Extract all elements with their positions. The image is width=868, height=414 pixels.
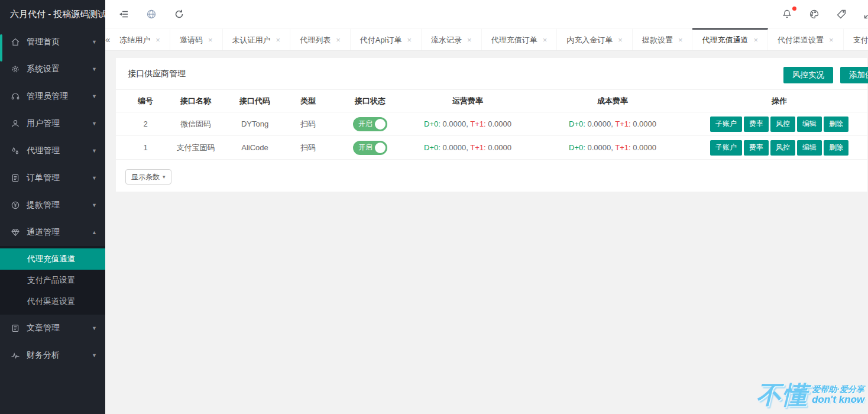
sidebar-item-1[interactable]: 系统设置▼: [0, 56, 105, 83]
collapse-menu-icon[interactable]: [118, 9, 129, 20]
user-icon: [11, 119, 20, 128]
tabs-scroll-left-icon[interactable]: «: [105, 28, 110, 50]
status-toggle[interactable]: 开启: [353, 141, 387, 155]
sidebar-item-3[interactable]: 用户管理▼: [0, 110, 105, 137]
close-icon[interactable]: ×: [753, 35, 758, 44]
column-header-3: 类型: [284, 96, 332, 106]
delete-button[interactable]: 删除: [824, 117, 848, 132]
column-header-2: 接口代码: [225, 96, 284, 106]
edit-button[interactable]: 编辑: [797, 140, 822, 156]
headset-icon: [11, 92, 20, 101]
sidebar-subitem-7-0[interactable]: 代理充值通道: [0, 248, 105, 270]
tab-10[interactable]: 代付渠道设置×: [768, 28, 844, 50]
close-icon[interactable]: ×: [829, 35, 834, 44]
panel-title: 接口供应商管理: [128, 69, 186, 79]
cell-name: 支付宝固码: [166, 143, 225, 153]
globe-icon[interactable]: [146, 9, 157, 20]
add-supplier-button[interactable]: 添加供应商: [840, 67, 868, 83]
tab-label: 流水记录: [431, 35, 462, 46]
edit-button[interactable]: 编辑: [797, 117, 822, 132]
close-icon[interactable]: ×: [678, 35, 683, 44]
chevron-up-icon: ▲: [92, 229, 97, 235]
tab-9[interactable]: 代理充值通道×: [692, 28, 768, 50]
app-title: 六月代付 - 投稿源码测试: [0, 0, 105, 28]
notification-badge: [792, 7, 796, 11]
sub-account-button[interactable]: 子账户: [710, 117, 742, 132]
sidebar-item-4[interactable]: 代理管理▼: [0, 137, 105, 164]
tab-3[interactable]: 代理列表×: [290, 28, 351, 50]
delete-button[interactable]: 删除: [824, 140, 848, 156]
risk-button[interactable]: 风控: [770, 117, 795, 132]
chevron-down-icon: ▼: [92, 39, 97, 45]
sidebar-item-label: 管理首页: [27, 37, 92, 47]
cell-code: AliCode: [225, 143, 284, 152]
theme-palette-icon[interactable]: [809, 9, 820, 20]
tab-5[interactable]: 流水记录×: [422, 28, 482, 50]
sidebar-subitem-7-1[interactable]: 支付产品设置: [0, 270, 105, 291]
status-toggle[interactable]: 开启: [353, 117, 387, 131]
risk-button[interactable]: 风控: [770, 140, 795, 156]
sidebar-item-label: 文章管理: [27, 323, 92, 334]
chevron-down-icon: ▼: [92, 121, 97, 127]
cell-op-rate: D+0: 0.0000, T+1: 0.0000: [409, 119, 527, 128]
close-icon[interactable]: ×: [467, 35, 472, 44]
sub-account-button[interactable]: 子账户: [710, 140, 742, 156]
page-size-select[interactable]: 显示条数 ▾: [125, 169, 171, 185]
sidebar-item-9[interactable]: 财务分析▼: [0, 342, 105, 369]
close-icon[interactable]: ×: [618, 35, 623, 44]
chevron-down-icon: ▼: [92, 352, 97, 358]
table-row: 2微信固码DYTong扫码开启D+0: 0.0000, T+1: 0.0000D…: [116, 112, 867, 136]
sidebar-item-2[interactable]: 管理员管理▼: [0, 83, 105, 110]
sidebar-item-5[interactable]: 订单管理▼: [0, 164, 105, 192]
chevron-down-icon: ▼: [92, 325, 97, 331]
tab-11[interactable]: 支付产品设置×: [844, 28, 868, 50]
rate-button[interactable]: 费率: [744, 140, 769, 156]
sidebar-scrollbar[interactable]: [0, 34, 2, 62]
tab-8[interactable]: 提款设置×: [633, 28, 693, 50]
notifications-bell-icon[interactable]: [782, 9, 792, 20]
close-icon[interactable]: ×: [156, 35, 160, 44]
chevron-down-icon: ▾: [163, 174, 166, 180]
close-icon[interactable]: ×: [336, 35, 341, 44]
cell-type: 扫码: [284, 143, 332, 153]
chevron-down-icon: ▼: [92, 66, 97, 72]
tab-2[interactable]: 未认证用户×: [223, 28, 291, 50]
home-icon: [11, 37, 20, 47]
tab-7[interactable]: 内充入金订单×: [557, 28, 633, 50]
cell-actions: 子账户费率风控编辑删除: [698, 117, 867, 132]
risk-live-button[interactable]: 风控实况: [783, 67, 833, 83]
fullscreen-icon[interactable]: [863, 9, 868, 20]
sidebar-subitem-7-2[interactable]: 代付渠道设置: [0, 291, 105, 312]
chevron-down-icon: ▼: [92, 93, 97, 99]
toggle-knob: [375, 119, 386, 130]
cell-status: 开启: [332, 117, 409, 131]
close-icon[interactable]: ×: [276, 35, 281, 44]
sidebar-item-0[interactable]: 管理首页▼: [0, 28, 105, 56]
close-icon[interactable]: ×: [543, 35, 548, 44]
rate-button[interactable]: 费率: [744, 117, 769, 132]
tab-4[interactable]: 代付Api订单×: [351, 28, 422, 50]
tab-label: 代付Api订单: [360, 35, 402, 46]
chevron-down-icon: ▼: [92, 175, 97, 181]
cell-name: 微信固码: [166, 119, 225, 130]
tab-label: 代付渠道设置: [778, 35, 824, 46]
gear-icon: [11, 64, 20, 74]
sidebar-item-8[interactable]: 文章管理▼: [0, 315, 105, 342]
column-header-5: 运营费率: [409, 96, 527, 106]
tab-1[interactable]: 邀请码×: [170, 28, 223, 50]
tab-6[interactable]: 代理充值订单×: [482, 28, 558, 50]
channel-icon: [11, 228, 20, 237]
tag-icon[interactable]: [836, 9, 847, 20]
app-window: 六月代付 - 投稿源码测试 管理首页▼系统设置▼管理员管理▼用户管理▼代理管理▼…: [0, 0, 868, 414]
panel-interface-suppliers: 接口供应商管理 风控实况 添加供应商 编号接口名称接口代码类型接口状态运营费率成…: [115, 57, 868, 192]
close-icon[interactable]: ×: [208, 35, 213, 44]
cell-id: 2: [125, 119, 166, 128]
sidebar-item-7[interactable]: 通道管理▲: [0, 219, 105, 246]
column-header-6: 成本费率: [527, 96, 698, 106]
tab-label: 提款设置: [642, 35, 673, 46]
content-area: 接口供应商管理 风控实况 添加供应商 编号接口名称接口代码类型接口状态运营费率成…: [105, 51, 868, 414]
tab-0[interactable]: 冻结用户×: [110, 28, 170, 50]
close-icon[interactable]: ×: [407, 35, 412, 44]
sidebar-item-6[interactable]: 提款管理▼: [0, 192, 105, 219]
refresh-icon[interactable]: [174, 9, 184, 20]
